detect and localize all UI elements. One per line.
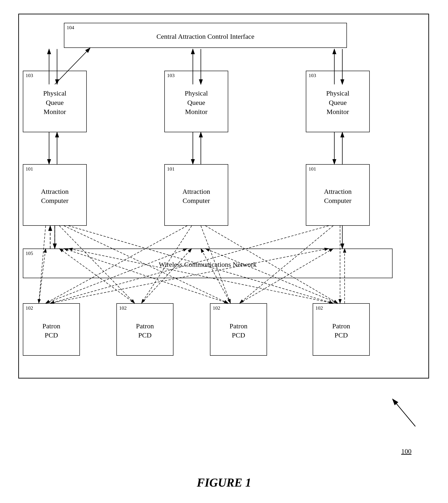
pcd-box-2: 102 PatronPCD (116, 303, 173, 356)
pqm-label-1: PhysicalQueueMonitor (43, 89, 66, 116)
pqm-ref-2: 103 (167, 73, 175, 79)
pcd-ref-2: 102 (119, 305, 127, 311)
ac-label-2: AttractionComputer (182, 187, 210, 205)
central-label: Central Attraction Control Interface (156, 32, 254, 41)
ac-label-1: AttractionComputer (41, 187, 69, 205)
ac-ref-3: 101 (309, 166, 316, 172)
central-box: 104 Central Attraction Control Interface (64, 23, 347, 48)
pqm-box-3: 103 PhysicalQueueMonitor (306, 71, 370, 132)
pcd-label-1: PatronPCD (42, 321, 60, 340)
pcd-label-4: PatronPCD (332, 321, 350, 340)
pcd-box-4: 102 PatronPCD (313, 303, 370, 356)
pcd-box-3: 102 PatronPCD (210, 303, 267, 356)
pqm-ref-3: 103 (309, 73, 316, 79)
ac-box-3: 101 AttractionComputer (306, 164, 370, 226)
pqm-label-3: PhysicalQueueMonitor (326, 89, 349, 116)
page: 104 Central Attraction Control Interface… (0, 0, 448, 503)
ac-box-1: 101 AttractionComputer (23, 164, 87, 226)
ref-100: 100 (401, 447, 412, 455)
pcd-ref-1: 102 (26, 305, 33, 311)
wcn-label: Wireless Communications Network (159, 260, 257, 269)
svg-line-43 (393, 399, 415, 426)
pcd-box-1: 102 PatronPCD (23, 303, 80, 356)
pcd-label-2: PatronPCD (136, 321, 154, 340)
pqm-box-2: 103 PhysicalQueueMonitor (164, 71, 228, 132)
pqm-label-2: PhysicalQueueMonitor (185, 89, 208, 116)
pqm-box-1: 103 PhysicalQueueMonitor (23, 71, 87, 132)
ac-ref-1: 101 (26, 166, 33, 172)
ac-label-3: AttractionComputer (324, 187, 352, 205)
wcn-box: 105 Wireless Communications Network (23, 249, 393, 278)
pcd-ref-4: 102 (315, 305, 323, 311)
pcd-ref-3: 102 (213, 305, 220, 311)
central-ref: 104 (67, 25, 74, 31)
ac-ref-2: 101 (167, 166, 175, 172)
pqm-ref-1: 103 (26, 73, 33, 79)
figure-label: FIGURE 1 (197, 476, 251, 489)
ac-box-2: 101 AttractionComputer (164, 164, 228, 226)
wcn-ref: 105 (26, 250, 33, 256)
pcd-label-3: PatronPCD (230, 321, 247, 340)
